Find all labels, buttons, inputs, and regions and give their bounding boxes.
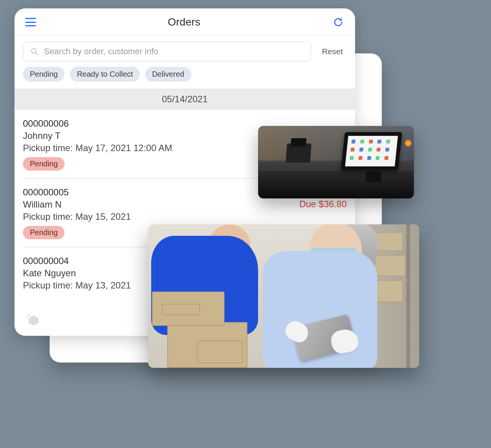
- warehouse-photo: [148, 224, 419, 368]
- filter-pending[interactable]: Pending: [23, 67, 65, 82]
- due-value: $36.80: [319, 199, 347, 209]
- status-badge: Pending: [23, 226, 65, 239]
- order-pickup: Pickup time: May 15, 2021: [23, 211, 131, 222]
- filter-delivered[interactable]: Delivered: [145, 67, 191, 82]
- pickup-value: May 17, 2021 12:00 AM: [75, 143, 172, 153]
- reset-button[interactable]: Reset: [318, 45, 347, 58]
- svg-line-1: [36, 53, 37, 55]
- order-number: 000000006: [23, 118, 172, 129]
- refresh-button[interactable]: [332, 16, 344, 28]
- svg-point-5: [29, 313, 31, 314]
- status-badge: Pending: [23, 157, 65, 171]
- pickup-label: Pickup time:: [23, 211, 75, 222]
- page-title: Orders: [168, 16, 200, 28]
- panel-header: Orders: [15, 8, 355, 35]
- menu-icon[interactable]: [25, 18, 36, 26]
- svg-marker-2: [29, 316, 39, 326]
- pos-terminal-photo: [258, 126, 414, 198]
- filter-chips: Pending Ready to Collect Delivered: [15, 67, 355, 89]
- due-label: Due: [299, 199, 319, 209]
- search-row: Reset: [15, 35, 355, 67]
- order-pickup: Pickup time: May 17, 2021 12:00 AM: [23, 143, 172, 153]
- search-box[interactable]: [23, 42, 311, 61]
- order-number: 000000005: [23, 187, 131, 198]
- order-customer: William N: [23, 199, 131, 210]
- svg-point-3: [27, 314, 29, 316]
- date-heading: 05/14/2021: [15, 89, 355, 110]
- search-icon: [30, 47, 39, 56]
- order-customer: Johnny T: [23, 131, 172, 141]
- pickup-value: May 13, 2021: [75, 280, 131, 290]
- pickup-label: Pickup time:: [23, 143, 75, 153]
- pickup-value: May 15, 2021: [75, 211, 131, 222]
- refresh-icon: [333, 17, 344, 27]
- pickup-label: Pickup time:: [23, 280, 75, 290]
- search-input[interactable]: [44, 47, 304, 56]
- svg-point-4: [26, 316, 27, 318]
- filter-ready[interactable]: Ready to Collect: [70, 67, 140, 82]
- order-due: Due $36.80: [299, 199, 347, 209]
- brand-logo-icon: [25, 312, 42, 329]
